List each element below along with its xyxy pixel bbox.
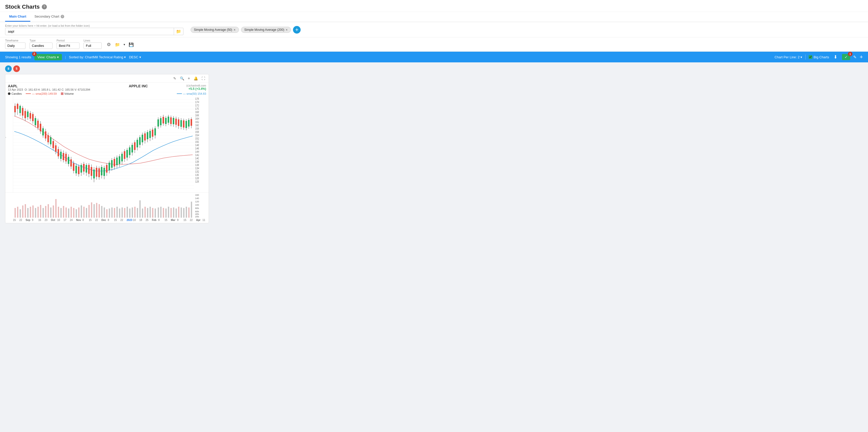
candle-group (14, 103, 192, 182)
svg-rect-116 (91, 167, 92, 176)
period-select[interactable]: Best Fit 1 Month 3 Months 6 Months 1 Yea… (57, 42, 80, 49)
legend-sma200: — sma(200) 149.59 (26, 92, 57, 95)
svg-rect-192 (188, 120, 190, 127)
svg-text:152: 152 (195, 137, 199, 140)
svg-rect-140 (121, 154, 123, 161)
big-charts-label[interactable]: Big Charts (809, 55, 829, 59)
svg-text:170: 170 (195, 107, 199, 110)
chart-info-header: AAPL 13 Apr 2023 O: 161.63 H: 165.8 L: 1… (5, 83, 209, 92)
svg-text:156: 156 (195, 131, 199, 133)
chart-body: Daily (5, 96, 209, 193)
svg-rect-256 (147, 208, 148, 218)
badge-8[interactable]: 8 (5, 65, 12, 72)
svg-text:120M: 120M (195, 200, 199, 203)
svg-rect-204 (14, 208, 16, 218)
page-title: Stock Charts (5, 4, 40, 10)
svg-rect-132 (111, 160, 113, 168)
download-button[interactable]: ⬇ (832, 54, 839, 60)
pencil-button[interactable]: ✎ (853, 55, 857, 60)
chart-price-change: +5.5 (+3.4%) (186, 87, 206, 91)
svg-text:154: 154 (195, 134, 199, 137)
svg-rect-213 (37, 207, 39, 218)
big-charts-checkbox[interactable] (809, 55, 812, 59)
svg-text:150: 150 (195, 140, 199, 143)
svg-rect-251 (134, 207, 135, 218)
svg-rect-236 (96, 203, 97, 218)
timeframe-label: Timeframe (5, 39, 26, 42)
help-icon[interactable]: ? (42, 4, 47, 9)
tab-main-chart[interactable]: Main Chart (5, 12, 30, 22)
svg-rect-262 (163, 208, 164, 218)
folder-button[interactable]: 📁 (114, 41, 121, 48)
svg-rect-231 (83, 207, 85, 218)
svg-rect-74 (37, 121, 39, 128)
volume-section: 160M 140M 120M 100M 80M 60M 40M 20M 0 (5, 193, 209, 218)
settings-button[interactable]: ⚙ (106, 41, 112, 48)
svg-rect-68 (30, 113, 31, 119)
green-action-button[interactable]: ✓ 1 (842, 54, 850, 60)
indicator-tag-sma50: Simple Moving Average (50) × (191, 27, 239, 33)
svg-rect-136 (116, 158, 118, 165)
toolbar-icons: ⚙ 📁 ▾ 💾 (106, 41, 135, 49)
svg-rect-130 (108, 163, 110, 170)
add-chart-button[interactable]: + (860, 54, 863, 60)
type-select[interactable]: Candles Bars Line (30, 42, 53, 49)
svg-text:100M: 100M (195, 204, 199, 206)
svg-rect-102 (73, 163, 74, 171)
svg-rect-60 (19, 106, 21, 113)
svg-rect-272 (188, 207, 190, 218)
svg-rect-226 (70, 207, 72, 218)
chart-search-button[interactable]: 🔍 (179, 76, 185, 81)
search-indicators-section: Enter your tickers here + hit enter. (or… (0, 22, 868, 37)
chart-per-line[interactable]: Chart Per Line: 2 ▾ (775, 55, 802, 59)
chart-legend: Candles — sma(200) 149.59 Volume — sma(5… (5, 92, 209, 96)
svg-rect-254 (142, 208, 143, 218)
svg-rect-178 (170, 118, 172, 124)
chart-toolbar: ✎ 🔍 + 🔔 ⛶ (5, 74, 209, 83)
legend-volume: Volume (61, 92, 74, 95)
chart-fullscreen-button[interactable]: ⛶ (200, 76, 206, 81)
svg-text:158: 158 (195, 127, 199, 130)
svg-rect-253 (140, 200, 141, 218)
lines-select[interactable]: Full None Partial (84, 42, 102, 49)
folder-dropdown-button[interactable]: ▾ (123, 42, 126, 47)
chart-ticker: AAPL (8, 84, 90, 88)
svg-text:172: 172 (195, 104, 199, 107)
badge-5[interactable]: 5 (13, 65, 20, 72)
tab-secondary-chart[interactable]: Secondary Chart ? (30, 12, 68, 22)
svg-rect-94 (63, 153, 64, 160)
svg-rect-176 (168, 117, 169, 123)
search-input[interactable] (5, 28, 174, 35)
svg-rect-255 (145, 207, 146, 218)
timeframe-select[interactable]: Daily Weekly Monthly (5, 42, 26, 49)
svg-text:144: 144 (195, 151, 199, 153)
chart-plus-button[interactable]: + (187, 76, 191, 81)
add-indicator-button[interactable]: + (293, 26, 301, 34)
sorted-by-button[interactable]: Sorted by: ChartMill Technical Rating ▾ (69, 55, 126, 59)
main-chart-svg[interactable]: 176 174 172 170 168 166 164 162 160 158 … (5, 96, 199, 193)
svg-text:140: 140 (195, 157, 199, 160)
svg-rect-208 (25, 204, 26, 218)
desc-button[interactable]: DESC ▾ (129, 55, 141, 59)
remove-sma200-button[interactable]: × (286, 28, 288, 32)
svg-rect-182 (175, 119, 177, 125)
svg-text:20M: 20M (195, 215, 199, 218)
svg-rect-72 (35, 118, 36, 125)
lines-label: Lines (84, 39, 102, 42)
chart-edit-button[interactable]: ✎ (172, 76, 177, 81)
svg-rect-229 (78, 207, 80, 218)
svg-rect-257 (150, 207, 151, 218)
save-button[interactable]: 💾 (128, 41, 135, 48)
svg-rect-266 (173, 207, 174, 218)
remove-sma50-button[interactable]: × (234, 28, 236, 32)
indicator-tag-sma200: Simple Moving Average (200) × (241, 27, 291, 33)
secondary-chart-info-icon[interactable]: ? (61, 15, 64, 18)
chart-alert-button[interactable]: 🔔 (193, 76, 199, 81)
view-charts-button[interactable]: 2 View: Charts ▾ (34, 54, 62, 60)
svg-rect-244 (117, 207, 118, 218)
tabs-bar: Main Chart Secondary Chart ? (0, 12, 868, 22)
folder-load-button[interactable]: 📁 (174, 28, 183, 35)
type-label: Type (30, 39, 53, 42)
svg-rect-154 (139, 137, 141, 145)
svg-text:162: 162 (195, 121, 199, 124)
